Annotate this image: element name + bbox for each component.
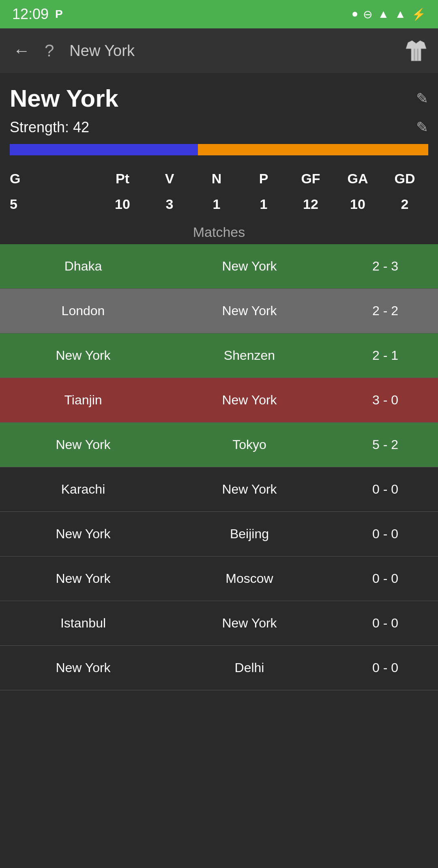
val-v: 3 [146, 196, 193, 212]
help-button[interactable]: ? [41, 38, 57, 64]
nav-bar: ← ? New York [0, 28, 438, 73]
match-away: New York [166, 616, 333, 631]
match-home: Istanbul [0, 616, 166, 631]
match-row[interactable]: Karachi New York 0 - 0 [0, 467, 438, 512]
match-away: Tokyo [166, 437, 333, 452]
match-home: Karachi [0, 482, 166, 497]
status-time: 12:09 [12, 6, 49, 23]
strength-text: Strength: 42 [10, 119, 89, 136]
match-row[interactable]: New York Tokyo 5 - 2 [0, 423, 438, 467]
match-row[interactable]: London New York 2 - 2 [0, 289, 438, 333]
stats-table: G Pt V N P GF GA GD 5 10 3 1 1 12 10 2 [10, 167, 428, 218]
match-score: 0 - 0 [333, 660, 438, 675]
match-score: 0 - 0 [333, 571, 438, 586]
match-away: Shenzen [166, 348, 333, 363]
match-score: 5 - 2 [333, 437, 438, 452]
match-score: 0 - 0 [333, 526, 438, 541]
match-score: 2 - 1 [333, 348, 438, 363]
status-bar: 12:09 P ⊖ ▲ ▲ ⚡ [0, 0, 438, 28]
match-row[interactable]: New York Beijing 0 - 0 [0, 512, 438, 556]
match-away: Moscow [166, 571, 333, 586]
parking-icon: P [55, 8, 63, 21]
match-home: New York [0, 571, 166, 586]
match-away: New York [166, 303, 333, 318]
team-title-row: New York ✎ [10, 84, 428, 112]
matches-label: Matches [10, 224, 428, 240]
progress-bar [10, 144, 428, 155]
col-header-g: G [10, 171, 99, 187]
battery-icon: ⚡ [412, 8, 426, 21]
stats-header-row: G Pt V N P GF GA GD [10, 167, 428, 191]
matches-list: Dhaka New York 2 - 3 London New York 2 -… [0, 244, 438, 690]
match-score: 2 - 3 [333, 259, 438, 274]
svg-rect-2 [414, 49, 415, 61]
main-content: New York ✎ Strength: 42 ✎ G Pt V N P GF … [0, 73, 438, 240]
val-n: 1 [193, 196, 240, 212]
dot-icon [352, 12, 357, 17]
col-header-p: P [240, 171, 287, 187]
col-header-v: V [146, 171, 193, 187]
edit-title-button[interactable]: ✎ [416, 90, 428, 107]
match-score: 3 - 0 [333, 393, 438, 408]
stats-data-row: 5 10 3 1 1 12 10 2 [10, 191, 428, 218]
match-score: 0 - 0 [333, 616, 438, 631]
col-header-gd: GD [381, 171, 428, 187]
match-home: Tianjin [0, 393, 166, 408]
val-pt: 10 [99, 196, 146, 212]
strength-row: Strength: 42 ✎ [10, 119, 428, 136]
match-row[interactable]: Istanbul New York 0 - 0 [0, 601, 438, 646]
match-score: 0 - 0 [333, 482, 438, 497]
match-home: New York [0, 437, 166, 452]
signal-icon: ▲ [395, 8, 406, 21]
match-row[interactable]: Tianjin New York 3 - 0 [0, 378, 438, 423]
match-home: Dhaka [0, 259, 166, 274]
val-ga: 10 [334, 196, 381, 212]
col-header-pt: Pt [99, 171, 146, 187]
col-header-gf: GF [287, 171, 334, 187]
match-row[interactable]: Dhaka New York 2 - 3 [0, 244, 438, 289]
svg-rect-3 [417, 49, 419, 61]
edit-strength-button[interactable]: ✎ [416, 119, 428, 136]
progress-orange [198, 144, 428, 155]
val-p: 1 [240, 196, 287, 212]
status-bar-left: 12:09 P [12, 6, 63, 23]
match-away: New York [166, 482, 333, 497]
match-away: Delhi [166, 660, 333, 675]
match-home: New York [0, 526, 166, 541]
match-row[interactable]: New York Shenzen 2 - 1 [0, 333, 438, 378]
dnd-icon: ⊖ [363, 8, 372, 21]
status-bar-right: ⊖ ▲ ▲ ⚡ [352, 8, 426, 21]
match-row[interactable]: New York Moscow 0 - 0 [0, 556, 438, 601]
col-header-n: N [193, 171, 240, 187]
match-home: New York [0, 660, 166, 675]
nav-title: New York [65, 42, 396, 60]
val-gf: 12 [287, 196, 334, 212]
match-row[interactable]: New York Delhi 0 - 0 [0, 646, 438, 690]
progress-blue [10, 144, 198, 155]
col-header-ga: GA [334, 171, 381, 187]
match-home: New York [0, 348, 166, 363]
match-away: New York [166, 259, 333, 274]
val-g: 5 [10, 196, 99, 212]
match-home: London [0, 303, 166, 318]
match-away: Beijing [166, 526, 333, 541]
val-gd: 2 [381, 196, 428, 212]
wifi-icon: ▲ [378, 8, 389, 21]
match-away: New York [166, 393, 333, 408]
team-title: New York [10, 84, 118, 112]
back-button[interactable]: ← [10, 38, 33, 64]
match-score: 2 - 2 [333, 303, 438, 318]
shirt-icon[interactable] [404, 39, 428, 63]
